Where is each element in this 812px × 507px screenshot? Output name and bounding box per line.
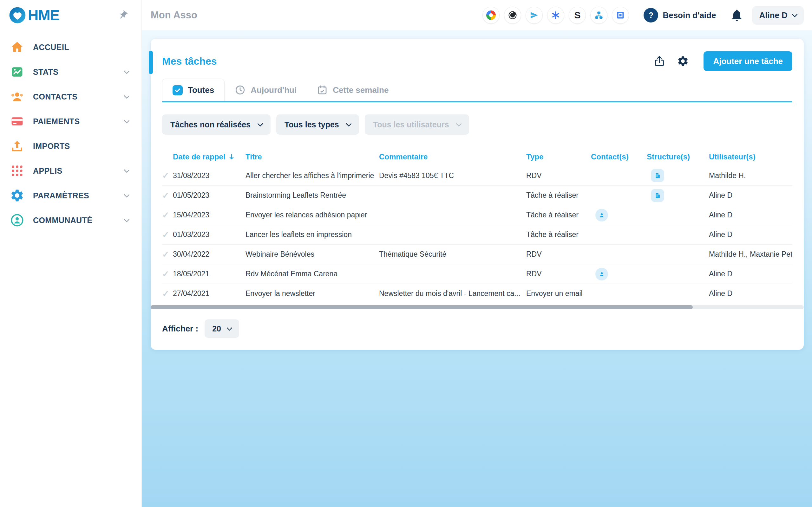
table-row[interactable]: ✓ 01/03/2023 Lancer les leaflets en impr… <box>162 225 792 244</box>
settings-icon <box>9 188 25 203</box>
payments-icon <box>9 114 25 129</box>
imports-icon <box>9 138 25 154</box>
sidebar-nav: ACCUEIL STATS CONTACTS PAIEME <box>0 31 142 233</box>
s-glyph: S <box>574 10 580 20</box>
mark-done-check-icon[interactable]: ✓ <box>162 269 173 279</box>
settings-gear-button[interactable] <box>676 54 690 68</box>
column-header-commentaire[interactable]: Commentaire <box>379 153 526 161</box>
cell-comment: Thématique Sécurité <box>379 250 526 259</box>
cell-type: Envoyer un email <box>526 289 591 298</box>
mark-done-check-icon[interactable]: ✓ <box>162 249 173 260</box>
mark-done-check-icon[interactable]: ✓ <box>162 210 173 220</box>
table-row[interactable]: ✓ 18/05/2021 Rdv Mécénat Emma Carena RDV… <box>162 264 792 284</box>
sidebar-item-accueil[interactable]: ACCUEIL <box>0 35 142 60</box>
chevron-down-icon <box>456 121 461 126</box>
chevron-down-icon <box>226 325 232 331</box>
table-row[interactable]: ✓ 15/04/2023 Envoyer les relances adhési… <box>162 205 792 225</box>
horizontal-scrollbar-thumb[interactable] <box>151 305 693 309</box>
add-task-button[interactable]: Ajouter une tâche <box>704 51 792 71</box>
card-header: Mes tâches Ajouter une tâche <box>162 51 792 71</box>
table-row[interactable]: ✓ 30/04/2022 Webinaire Bénévoles Thémati… <box>162 244 792 264</box>
help-button[interactable]: ? Besoin d'aide <box>638 5 722 26</box>
table-row[interactable]: ✓ 01/05/2023 Brainstorming Leaflets Rent… <box>162 185 792 205</box>
chevron-down-icon <box>124 216 130 222</box>
page-size-value: 20 <box>212 324 221 333</box>
cell-type: RDV <box>526 250 591 259</box>
contact-icon[interactable] <box>595 209 608 222</box>
sidebar-item-label: PARAMÈTRES <box>33 191 116 200</box>
table-row[interactable]: ✓ 31/08/2023 Aller chercher les affiches… <box>162 166 792 185</box>
stripe-s-logo-icon[interactable]: S <box>569 7 586 24</box>
column-header-date[interactable]: Date de rappel <box>173 153 246 161</box>
contact-icon[interactable] <box>595 268 608 280</box>
card-footer: Afficher : 20 <box>162 320 792 338</box>
sidebar-item-imports[interactable]: IMPORTS <box>0 134 142 158</box>
question-mark-icon: ? <box>644 8 658 22</box>
table-header-row: Date de rappel Titre Commentaire Type Co… <box>162 148 792 166</box>
tab-toutes[interactable]: Toutes <box>162 78 224 101</box>
cell-date: 01/05/2023 <box>173 191 246 200</box>
mark-done-check-icon[interactable]: ✓ <box>162 170 173 181</box>
tab-cette-semaine[interactable]: Cette semaine <box>307 78 399 101</box>
user-menu[interactable]: Aline D <box>752 6 804 25</box>
mark-done-check-icon[interactable]: ✓ <box>162 230 173 240</box>
column-header-titre[interactable]: Titre <box>246 153 379 161</box>
chevron-down-icon <box>124 167 130 173</box>
column-header-structures[interactable]: Structure(s) <box>647 153 709 161</box>
cell-title: Webinaire Bénévoles <box>246 250 379 259</box>
cell-type: Tâche à réaliser <box>526 230 591 239</box>
logo-row: HME <box>0 0 142 31</box>
chevron-down-icon <box>124 68 130 74</box>
column-header-contacts[interactable]: Contact(s) <box>591 153 647 161</box>
filter-user-select[interactable]: Tous les utilisateurs <box>365 114 469 135</box>
chevron-down-icon <box>257 121 263 126</box>
ring-glyph <box>486 10 496 20</box>
cell-date: 27/04/2021 <box>173 289 246 298</box>
chevron-down-icon <box>124 118 130 123</box>
column-header-utilisateurs[interactable]: Utilisateur(s) <box>709 153 792 161</box>
notifications-bell-icon[interactable] <box>728 6 746 24</box>
color-ring-logo-icon[interactable] <box>483 7 500 24</box>
org-chart-logo-icon[interactable] <box>590 7 607 24</box>
cell-title: Envoyer les relances adhésion papier <box>246 211 379 219</box>
sidebar-item-applis[interactable]: APPLIS <box>0 158 142 183</box>
page-size-select[interactable]: 20 <box>205 320 239 338</box>
home-logo[interactable]: HME <box>8 6 59 24</box>
blue-asterisk-logo-icon[interactable] <box>547 7 564 24</box>
cell-type: RDV <box>526 270 591 278</box>
paper-plane-logo-icon[interactable] <box>525 7 543 24</box>
tab-aujourdhui[interactable]: Aujourd'hui <box>224 78 307 101</box>
sidebar-item-paiements[interactable]: PAIEMENTS <box>0 109 142 134</box>
filter-status-select[interactable]: Tâches non réalisées <box>162 114 270 135</box>
filter-type-select[interactable]: Tous les types <box>276 114 359 135</box>
structure-building-icon[interactable] <box>651 189 664 202</box>
table-row[interactable]: ✓ 27/04/2021 Envoyer la newsletter Newsl… <box>162 284 792 303</box>
pin-sidebar-icon[interactable] <box>116 8 131 22</box>
calendar-logo-icon[interactable] <box>612 7 629 24</box>
tabs-bar: Toutes Aujourd'hui Cette semaine <box>162 78 792 102</box>
cell-type: Tâche à réaliser <box>526 211 591 219</box>
cell-users: Aline D <box>709 230 792 239</box>
column-header-type[interactable]: Type <box>526 153 591 161</box>
tasks-card: Mes tâches Ajouter une tâche <box>151 39 804 350</box>
sidebar-item-communaute[interactable]: COMMUNAUTÉ <box>0 208 142 233</box>
calendar-check-icon <box>317 84 328 95</box>
sidebar-item-stats[interactable]: STATS <box>0 60 142 84</box>
card-title: Mes tâches <box>162 55 217 67</box>
cell-title: Rdv Mécénat Emma Carena <box>246 270 379 278</box>
sidebar-item-label: ACCUEIL <box>33 43 129 52</box>
export-share-button[interactable] <box>652 54 667 68</box>
sort-desc-icon <box>228 153 235 161</box>
mark-done-check-icon[interactable]: ✓ <box>162 289 173 299</box>
cell-date: 15/04/2023 <box>173 211 246 219</box>
cell-date: 31/08/2023 <box>173 171 246 180</box>
sidebar-item-parametres[interactable]: PARAMÈTRES <box>0 183 142 208</box>
structure-building-icon[interactable] <box>651 169 664 182</box>
topbar: Mon Asso S <box>142 0 812 31</box>
cell-date: 01/03/2023 <box>173 230 246 239</box>
dark-spiral-logo-icon[interactable] <box>504 7 521 24</box>
mark-done-check-icon[interactable]: ✓ <box>162 190 173 201</box>
sidebar-item-label: COMMUNAUTÉ <box>33 216 116 225</box>
cell-users: Aline D <box>709 289 792 298</box>
sidebar-item-contacts[interactable]: CONTACTS <box>0 84 142 109</box>
